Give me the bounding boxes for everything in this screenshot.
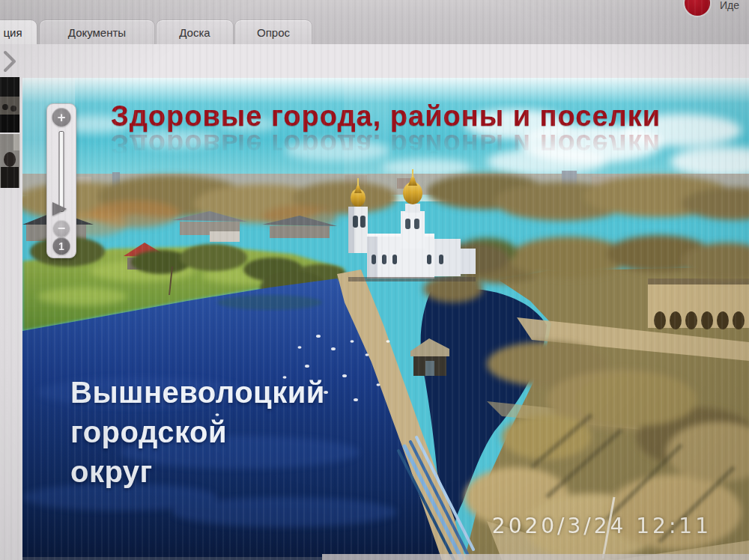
record-icon xyxy=(685,0,710,16)
slide-title: Здоровые города, районы и поселки xyxy=(22,100,749,133)
chevron-right-icon xyxy=(1,49,18,73)
sidebar-expand-button[interactable] xyxy=(1,49,18,73)
zoom-control: + − 1 xyxy=(46,103,76,258)
camera-timestamp: 2020/3/24 12:11 xyxy=(492,514,712,538)
recording-label: Иде xyxy=(720,0,739,11)
tab-bar: ция Документы Доска Опрос xyxy=(0,19,749,44)
zoom-out-button[interactable]: − xyxy=(53,220,70,237)
tab-poll[interactable]: Опрос xyxy=(234,19,312,44)
video-thumbnail-1-image xyxy=(0,77,19,133)
zoom-reset-button[interactable]: 1 xyxy=(53,237,70,255)
video-thumbnail-2[interactable] xyxy=(0,134,19,188)
zoom-slider-track[interactable] xyxy=(59,131,64,212)
tab-documents[interactable]: Документы xyxy=(39,19,155,44)
video-thumbnail-1[interactable] xyxy=(0,77,19,133)
video-thumbnail-2-image xyxy=(0,134,19,188)
tab-presentation[interactable]: ция xyxy=(0,19,37,44)
slide-subtitle: Вышневолоцкий городской округ xyxy=(70,373,325,492)
slide-subtitle-line: Вышневолоцкий xyxy=(70,373,325,413)
slide-subtitle-line: округ xyxy=(70,452,325,492)
slide-title-reflection: Здоровые города, районы и поселки xyxy=(22,135,749,160)
slide-subtitle-line: городской xyxy=(70,413,325,452)
screen-photo: Иде ция Документы Доска Опрос xyxy=(0,0,749,560)
tab-board[interactable]: Доска xyxy=(156,19,234,44)
top-bar: Иде xyxy=(0,0,749,19)
zoom-slider-handle[interactable] xyxy=(52,202,67,216)
zoom-in-button[interactable]: + xyxy=(52,108,71,127)
presentation-slide: Здоровые города, районы и поселки Здоров… xyxy=(22,78,749,560)
